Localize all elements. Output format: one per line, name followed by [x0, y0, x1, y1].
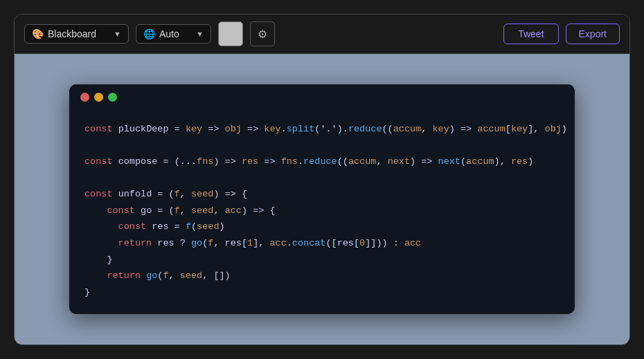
code-line-5: const unfold = (f, seed) => { — [84, 186, 560, 203]
code-line-1: const pluckDeep = key => obj => key.spli… — [84, 121, 560, 138]
canvas-area: const pluckDeep = key => obj => key.spli… — [15, 54, 629, 344]
code-line-4 — [84, 169, 560, 186]
code-line-2 — [84, 137, 560, 154]
theme-select-wrapper[interactable]: 🎨 Blackboard ▼ — [24, 24, 129, 44]
code-line-9: } — [84, 252, 560, 268]
dot-yellow — [94, 93, 103, 102]
lang-select-wrapper[interactable]: 🌐 Auto ▼ — [136, 24, 211, 44]
code-line-10: return go(f, seed, []) — [84, 268, 560, 284]
code-line-11: } — [84, 284, 560, 301]
toolbar: 🎨 Blackboard ▼ 🌐 Auto ▼ ⚙ Tweet Export — [15, 15, 629, 54]
color-swatch[interactable] — [218, 21, 243, 46]
app-container: 🎨 Blackboard ▼ 🌐 Auto ▼ ⚙ Tweet Export — [14, 14, 630, 345]
export-button[interactable]: Export — [566, 24, 620, 44]
code-line-7: const res = f(seed) — [84, 219, 560, 235]
gear-icon: ⚙ — [258, 28, 267, 41]
toolbar-right: Tweet Export — [503, 24, 620, 44]
code-line-3: const compose = (...fns) => res => fns.r… — [84, 154, 560, 170]
lang-select[interactable]: Auto — [159, 28, 192, 39]
code-line-8: return res ? go(f, res[1], acc.concat([r… — [84, 235, 560, 252]
code-titlebar — [69, 84, 575, 110]
theme-select[interactable]: Blackboard — [48, 28, 109, 39]
tweet-button[interactable]: Tweet — [503, 24, 558, 44]
code-window: const pluckDeep = key => obj => key.spli… — [69, 84, 575, 315]
toolbar-left: 🎨 Blackboard ▼ 🌐 Auto ▼ ⚙ — [24, 21, 497, 46]
dot-red — [80, 93, 89, 102]
lang-chevron-icon: ▼ — [196, 30, 204, 38]
theme-chevron-icon: ▼ — [114, 30, 121, 38]
code-line-6: const go = (f, seed, acc) => { — [84, 203, 560, 219]
dot-green — [108, 93, 117, 102]
settings-button[interactable]: ⚙ — [250, 21, 275, 46]
globe-icon: 🌐 — [143, 28, 155, 39]
palette-icon: 🎨 — [32, 28, 44, 39]
code-body: const pluckDeep = key => obj => key.spli… — [69, 110, 575, 315]
